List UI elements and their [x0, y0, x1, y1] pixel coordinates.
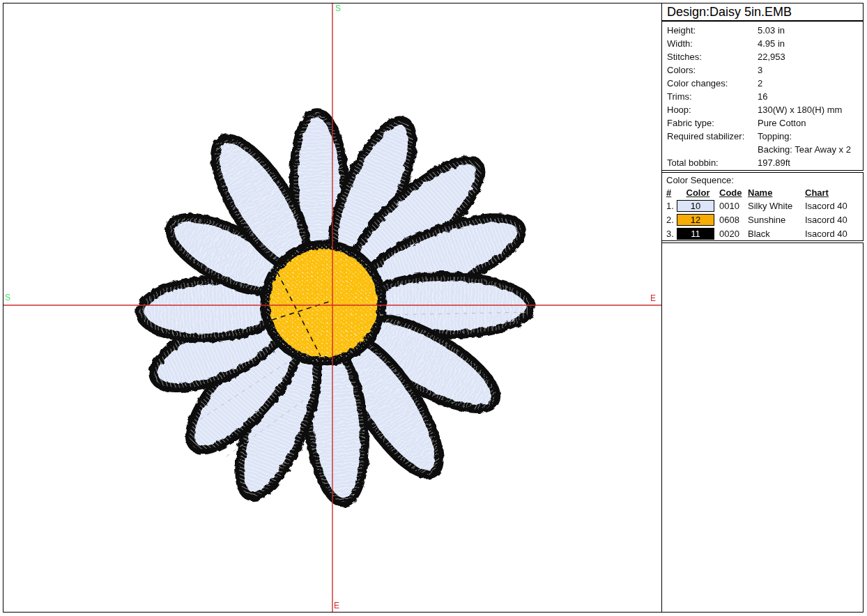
column-header-chart: Chart [805, 187, 863, 199]
detail-value: 3 [758, 63, 863, 77]
detail-value: 22,953 [758, 50, 863, 63]
detail-value: 5.03 in [758, 24, 863, 37]
detail-label: Required stabilizer: [667, 130, 758, 156]
detail-value: 2 [758, 77, 863, 90]
stabilizer-backing: Backing: Tear Away x 2 [758, 143, 863, 156]
detail-row-fabric-type: Fabric type: Pure Cotton [667, 116, 863, 130]
stitch-start-marker-left: S [5, 293, 10, 302]
color-sequence-row: 3. 11 0020 Black Isacord 40 [666, 226, 863, 240]
column-header-num: # [666, 187, 677, 199]
detail-row-trims: Trims: 16 [667, 90, 863, 103]
detail-label: Fabric type: [667, 116, 758, 130]
detail-value: 16 [758, 90, 863, 103]
stitch-end-marker-right: E [650, 294, 656, 302]
thread-chart: Isacord 40 [805, 215, 863, 225]
thread-color-swatch: 12 [677, 214, 714, 226]
thread-chart: Isacord 40 [805, 201, 863, 211]
row-number: 1. [666, 201, 677, 211]
design-canvas[interactable] [3, 3, 662, 613]
detail-row-total-bobbin: Total bobbin: 197.89ft [667, 156, 863, 169]
detail-row-stabilizer: Required stabilizer: Topping: Backing: T… [667, 130, 863, 156]
thread-code: 0010 [719, 201, 748, 211]
row-number: 3. [666, 229, 677, 239]
detail-label: Trims: [667, 90, 758, 103]
detail-label: Width: [667, 37, 758, 50]
design-title-box: Design:Daisy 5in.EMB [661, 3, 864, 21]
detail-label: Stitches: [667, 50, 758, 63]
row-number: 2. [666, 215, 677, 225]
column-header-code: Code [719, 187, 748, 199]
detail-row-hoop: Hoop: 130(W) x 180(H) mm [667, 103, 863, 116]
color-sequence-heading: Color Sequence: [666, 174, 863, 187]
thread-color-swatch: 10 [677, 200, 714, 212]
panel-empty-area [661, 242, 864, 613]
thread-code: 0608 [719, 215, 748, 225]
embroidery-app-window: { "canvas": { "crosshair_color": "#ce2b2… [0, 0, 867, 616]
color-sequence-row: 1. 10 0010 Silky White Isacord 40 [666, 199, 863, 213]
column-header-color: Color [686, 187, 710, 199]
detail-row-height: Height: 5.03 in [667, 24, 863, 37]
detail-label: Colors: [667, 63, 758, 77]
detail-row-colors: Colors: 3 [667, 63, 863, 77]
stabilizer-topping: Topping: [758, 130, 863, 143]
detail-value: 197.89ft [758, 156, 863, 169]
detail-label: Total bobbin: [667, 156, 758, 169]
detail-value: Topping: Backing: Tear Away x 2 [758, 130, 863, 156]
color-sequence-box: Color Sequence: # Color Code Name Chart … [661, 172, 864, 241]
detail-value: 130(W) x 180(H) mm [758, 103, 863, 116]
design-details-box: Height: 5.03 in Width: 4.95 in Stitches:… [661, 21, 864, 171]
column-header-name: Name [748, 187, 805, 199]
stitch-end-marker-bottom: E [334, 601, 339, 610]
thread-code: 0020 [719, 229, 748, 239]
thread-name: Silky White [748, 201, 805, 211]
detail-row-width: Width: 4.95 in [667, 37, 863, 50]
thread-name: Black [748, 229, 805, 239]
detail-row-stitches: Stitches: 22,953 [667, 50, 863, 63]
color-sequence-header-row: # Color Code Name Chart [666, 187, 863, 199]
thread-name: Sunshine [748, 215, 805, 225]
color-sequence-row: 2. 12 0608 Sunshine Isacord 40 [666, 213, 863, 226]
design-title: Design:Daisy 5in.EMB [662, 3, 863, 20]
thread-color-swatch: 11 [677, 228, 714, 240]
detail-value: 4.95 in [758, 37, 863, 50]
thread-chart: Isacord 40 [805, 229, 863, 239]
detail-label: Color changes: [667, 77, 758, 90]
detail-row-color-changes: Color changes: 2 [667, 77, 863, 90]
daisy-stitch-preview [3, 3, 661, 612]
detail-label: Height: [667, 24, 758, 37]
detail-label: Hoop: [667, 103, 758, 116]
stitch-start-marker-top: S [335, 4, 341, 13]
detail-value: Pure Cotton [758, 116, 863, 130]
